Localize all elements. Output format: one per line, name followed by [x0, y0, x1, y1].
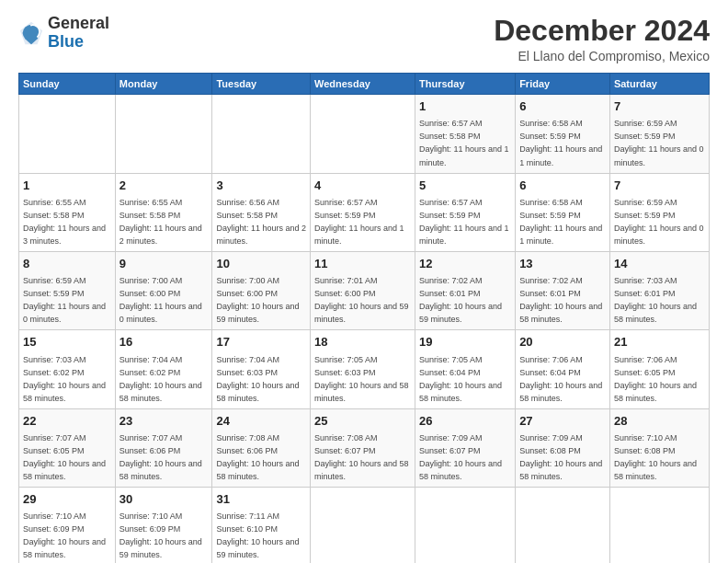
calendar-cell: 24Sunrise: 7:08 AMSunset: 6:06 PMDayligh… [212, 408, 311, 487]
day-info: Sunrise: 7:09 AMSunset: 6:07 PMDaylight:… [419, 433, 502, 481]
calendar-cell: 18Sunrise: 7:05 AMSunset: 6:03 PMDayligh… [311, 330, 415, 408]
calendar-cell: 9Sunrise: 7:00 AMSunset: 6:00 PMDaylight… [115, 251, 212, 329]
calendar-cell [311, 95, 415, 173]
day-info: Sunrise: 7:08 AMSunset: 6:06 PMDaylight:… [216, 433, 299, 481]
day-number: 22 [23, 413, 111, 430]
calendar-cell: 17Sunrise: 7:04 AMSunset: 6:03 PMDayligh… [212, 330, 311, 408]
day-number: 16 [119, 334, 209, 350]
calendar-cell: 2Sunrise: 6:55 AMSunset: 5:58 PMDaylight… [115, 173, 212, 251]
calendar-week-2: 8Sunrise: 6:59 AMSunset: 5:59 PMDaylight… [19, 251, 710, 329]
calendar-cell: 6Sunrise: 6:58 AMSunset: 5:59 PMDaylight… [516, 173, 610, 251]
day-number: 17 [216, 334, 306, 350]
day-info: Sunrise: 7:07 AMSunset: 6:05 PMDaylight:… [23, 433, 106, 481]
calendar-cell [516, 488, 610, 563]
day-number: 6 [519, 178, 606, 194]
calendar-cell: 7Sunrise: 6:59 AMSunset: 5:59 PMDaylight… [609, 95, 709, 173]
calendar-cell: 19Sunrise: 7:05 AMSunset: 6:04 PMDayligh… [415, 330, 516, 408]
day-info: Sunrise: 7:00 AMSunset: 6:00 PMDaylight:… [216, 276, 299, 324]
calendar-cell [115, 95, 212, 173]
calendar-cell [19, 95, 116, 173]
day-number: 2 [119, 178, 209, 194]
logo-blue-text: Blue [48, 33, 109, 52]
day-info: Sunrise: 7:03 AMSunset: 6:01 PMDaylight:… [614, 276, 697, 324]
calendar-cell: 4Sunrise: 6:57 AMSunset: 5:59 PMDaylight… [311, 173, 415, 251]
day-info: Sunrise: 7:05 AMSunset: 6:04 PMDaylight:… [419, 355, 502, 403]
col-monday: Monday [115, 74, 212, 95]
col-friday: Friday [516, 74, 610, 95]
day-number: 25 [314, 413, 411, 430]
calendar-cell: 14Sunrise: 7:03 AMSunset: 6:01 PMDayligh… [609, 251, 709, 329]
day-info: Sunrise: 6:57 AMSunset: 5:59 PMDaylight:… [419, 198, 509, 246]
calendar-cell: 29Sunrise: 7:10 AMSunset: 6:09 PMDayligh… [19, 488, 116, 563]
day-number: 3 [216, 178, 306, 194]
calendar-header: Sunday Monday Tuesday Wednesday Thursday… [19, 74, 710, 95]
title-block: December 2024 El Llano del Compromiso, M… [494, 15, 710, 63]
day-info: Sunrise: 6:59 AMSunset: 5:59 PMDaylight:… [23, 276, 106, 324]
calendar-cell: 11Sunrise: 7:01 AMSunset: 6:00 PMDayligh… [311, 251, 415, 329]
calendar-cell [415, 488, 516, 563]
logo-text: General Blue [48, 15, 109, 52]
day-info: Sunrise: 7:08 AMSunset: 6:07 PMDaylight:… [314, 433, 409, 481]
day-number: 8 [23, 256, 111, 272]
day-number: 10 [216, 256, 306, 272]
day-number: 9 [119, 256, 209, 272]
calendar-cell: 1Sunrise: 6:55 AMSunset: 5:58 PMDaylight… [19, 173, 116, 251]
day-info: Sunrise: 6:56 AMSunset: 5:58 PMDaylight:… [216, 198, 306, 246]
day-info: Sunrise: 7:03 AMSunset: 6:02 PMDaylight:… [23, 355, 106, 403]
calendar-week-5: 29Sunrise: 7:10 AMSunset: 6:09 PMDayligh… [19, 488, 710, 563]
day-info: Sunrise: 6:59 AMSunset: 5:59 PMDaylight:… [614, 119, 704, 167]
day-number: 31 [216, 491, 306, 508]
day-number: 30 [119, 491, 209, 508]
day-number: 12 [419, 256, 511, 272]
header-row: Sunday Monday Tuesday Wednesday Thursday… [19, 74, 710, 95]
logo-general-text: General [48, 15, 109, 33]
day-info: Sunrise: 7:10 AMSunset: 6:09 PMDaylight:… [23, 511, 106, 559]
calendar-cell [311, 488, 415, 563]
calendar-cell [609, 488, 709, 563]
calendar-cell: 25Sunrise: 7:08 AMSunset: 6:07 PMDayligh… [311, 408, 415, 487]
day-number: 18 [314, 334, 411, 350]
day-number: 19 [419, 334, 511, 350]
subtitle: El Llano del Compromiso, Mexico [494, 49, 710, 63]
calendar-cell: 12Sunrise: 7:02 AMSunset: 6:01 PMDayligh… [415, 251, 516, 329]
header: General Blue December 2024 El Llano del … [18, 15, 710, 63]
day-info: Sunrise: 6:58 AMSunset: 5:59 PMDaylight:… [519, 119, 602, 167]
calendar-cell: 10Sunrise: 7:00 AMSunset: 6:00 PMDayligh… [212, 251, 311, 329]
calendar-cell: 16Sunrise: 7:04 AMSunset: 6:02 PMDayligh… [115, 330, 212, 408]
calendar-cell [212, 95, 311, 173]
day-info: Sunrise: 7:05 AMSunset: 6:03 PMDaylight:… [314, 355, 409, 403]
calendar-cell: 8Sunrise: 6:59 AMSunset: 5:59 PMDaylight… [19, 251, 116, 329]
calendar-table: Sunday Monday Tuesday Wednesday Thursday… [18, 73, 710, 563]
day-info: Sunrise: 6:55 AMSunset: 5:58 PMDaylight:… [23, 198, 106, 246]
calendar-cell: 31Sunrise: 7:11 AMSunset: 6:10 PMDayligh… [212, 488, 311, 563]
day-number: 5 [419, 178, 511, 194]
day-number: 4 [314, 178, 411, 194]
calendar-week-0: 1Sunrise: 6:57 AMSunset: 5:58 PMDaylight… [19, 95, 710, 173]
day-number: 14 [614, 256, 705, 272]
day-number: 6 [519, 98, 606, 115]
day-info: Sunrise: 7:10 AMSunset: 6:09 PMDaylight:… [119, 511, 202, 559]
page: General Blue December 2024 El Llano del … [0, 0, 728, 563]
calendar-cell: 27Sunrise: 7:09 AMSunset: 6:08 PMDayligh… [516, 408, 610, 487]
day-info: Sunrise: 6:57 AMSunset: 5:59 PMDaylight:… [314, 198, 404, 246]
calendar-cell: 15Sunrise: 7:03 AMSunset: 6:02 PMDayligh… [19, 330, 116, 408]
day-info: Sunrise: 7:02 AMSunset: 6:01 PMDaylight:… [519, 276, 602, 324]
day-info: Sunrise: 6:59 AMSunset: 5:59 PMDaylight:… [614, 198, 704, 246]
col-tuesday: Tuesday [212, 74, 311, 95]
day-info: Sunrise: 7:00 AMSunset: 6:00 PMDaylight:… [119, 276, 202, 324]
main-title: December 2024 [494, 15, 710, 47]
day-info: Sunrise: 7:02 AMSunset: 6:01 PMDaylight:… [419, 276, 502, 324]
col-wednesday: Wednesday [311, 74, 415, 95]
day-number: 21 [614, 334, 705, 350]
calendar-week-3: 15Sunrise: 7:03 AMSunset: 6:02 PMDayligh… [19, 330, 710, 408]
calendar-cell: 13Sunrise: 7:02 AMSunset: 6:01 PMDayligh… [516, 251, 610, 329]
day-info: Sunrise: 6:57 AMSunset: 5:58 PMDaylight:… [419, 119, 509, 167]
day-info: Sunrise: 6:55 AMSunset: 5:58 PMDaylight:… [119, 198, 202, 246]
day-info: Sunrise: 6:58 AMSunset: 5:59 PMDaylight:… [519, 198, 602, 246]
day-number: 26 [419, 413, 511, 430]
day-info: Sunrise: 7:10 AMSunset: 6:08 PMDaylight:… [614, 433, 697, 481]
calendar-body: 1Sunrise: 6:57 AMSunset: 5:58 PMDaylight… [19, 95, 710, 563]
logo: General Blue [18, 15, 109, 52]
day-info: Sunrise: 7:09 AMSunset: 6:08 PMDaylight:… [519, 433, 602, 481]
day-number: 27 [519, 413, 606, 430]
